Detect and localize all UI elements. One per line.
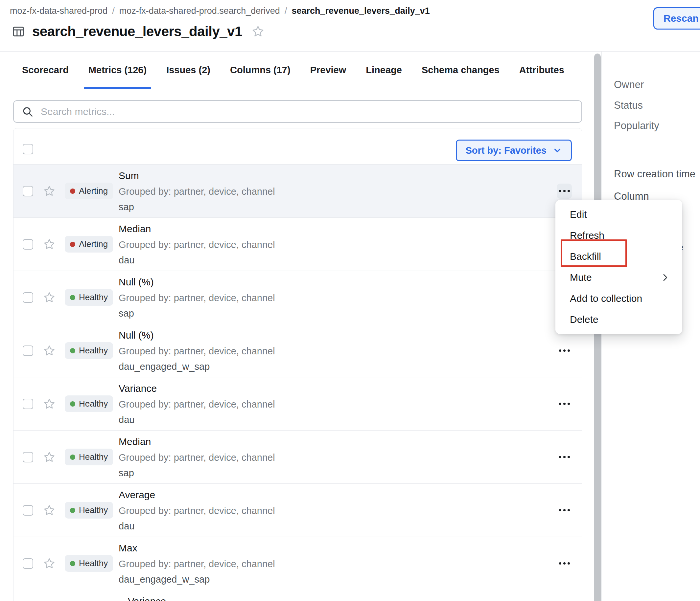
row-checkbox[interactable] bbox=[23, 186, 33, 197]
tab-metrics[interactable]: Metrics (126) bbox=[89, 52, 147, 89]
row-checkbox[interactable] bbox=[23, 558, 33, 569]
tab-lineage[interactable]: Lineage bbox=[366, 52, 402, 89]
healthy-dot-icon bbox=[70, 348, 75, 354]
metric-info: Null (%) Grouped by: partner, device, ch… bbox=[119, 274, 557, 321]
tab-bar: Scorecard Metrics (126) Issues (2) Colum… bbox=[0, 52, 590, 89]
sidebar-field-owner: Owner bbox=[614, 79, 644, 90]
row-menu-button[interactable] bbox=[557, 396, 572, 412]
menu-item-mute[interactable]: Mute bbox=[555, 267, 682, 288]
metric-row: Healthy Max Grouped by: partner, device,… bbox=[14, 537, 582, 590]
metrics-search-box bbox=[13, 100, 582, 123]
sidebar-field-popularity: Popularity bbox=[614, 120, 659, 132]
alerting-dot-icon bbox=[70, 242, 75, 247]
tab-schema-changes[interactable]: Schema changes bbox=[422, 52, 500, 89]
status-badge: Healthy bbox=[65, 395, 113, 412]
tab-issues[interactable]: Issues (2) bbox=[166, 52, 210, 89]
row-menu-button[interactable] bbox=[557, 450, 572, 465]
status-badge: Healthy bbox=[65, 289, 113, 306]
metric-row-partial: Variance bbox=[14, 590, 582, 601]
row-checkbox[interactable] bbox=[23, 345, 33, 356]
table-icon bbox=[12, 25, 25, 38]
search-icon bbox=[22, 106, 33, 117]
healthy-dot-icon bbox=[70, 508, 75, 513]
star-icon[interactable] bbox=[43, 238, 55, 251]
healthy-dot-icon bbox=[70, 454, 75, 460]
metric-grouped-by: Grouped by: partner, device, channel bbox=[119, 290, 557, 306]
tab-preview[interactable]: Preview bbox=[310, 52, 346, 89]
metric-row: Healthy Null (%) Grouped by: partner, de… bbox=[14, 324, 582, 377]
status-badge: Alerting bbox=[65, 236, 113, 253]
chevron-down-icon bbox=[552, 146, 562, 155]
status-badge: Alerting bbox=[65, 183, 113, 199]
metric-field: sap bbox=[119, 199, 557, 214]
menu-item-label: Mute bbox=[570, 272, 592, 283]
breadcrumb: moz-fx-data-shared-prod / moz-fx-data-sh… bbox=[10, 6, 430, 16]
star-icon[interactable] bbox=[43, 344, 55, 357]
metrics-list-card: Sort by: Favorites Alerting Sum Grouped … bbox=[13, 128, 582, 601]
metric-info: Max Grouped by: partner, device, channel… bbox=[119, 540, 557, 587]
tab-scorecard[interactable]: Scorecard bbox=[22, 52, 69, 89]
metric-title: Median bbox=[119, 221, 557, 237]
favorite-star-icon[interactable] bbox=[251, 25, 265, 38]
select-all-checkbox[interactable] bbox=[23, 144, 33, 154]
row-checkbox[interactable] bbox=[23, 505, 33, 516]
row-menu-button[interactable] bbox=[557, 556, 572, 571]
sort-by-button[interactable]: Sort by: Favorites bbox=[456, 139, 572, 161]
star-icon[interactable] bbox=[43, 557, 55, 570]
breadcrumb-dataset[interactable]: moz-fx-data-shared-prod.search_derived bbox=[119, 6, 280, 16]
sidebar-section-divider bbox=[614, 153, 700, 153]
row-menu-button[interactable] bbox=[557, 343, 572, 358]
sort-by-label: Sort by: Favorites bbox=[465, 145, 547, 156]
menu-item-backfill[interactable]: Backfill bbox=[555, 246, 682, 267]
menu-item-delete[interactable]: Delete bbox=[555, 309, 682, 330]
rescan-table-button[interactable]: Rescan table bbox=[653, 7, 700, 30]
metric-title: Variance bbox=[119, 381, 557, 396]
row-checkbox[interactable] bbox=[23, 452, 33, 463]
row-checkbox[interactable] bbox=[23, 292, 33, 303]
metric-grouped-by: Grouped by: partner, device, channel bbox=[119, 503, 557, 519]
status-label: Healthy bbox=[79, 558, 108, 569]
breadcrumb-project[interactable]: moz-fx-data-shared-prod bbox=[10, 6, 107, 16]
status-label: Healthy bbox=[79, 345, 108, 356]
status-badge: Healthy bbox=[65, 449, 113, 465]
sidebar-field-row-creation-time: Row creation time bbox=[614, 168, 700, 180]
row-checkbox[interactable] bbox=[23, 399, 33, 409]
metric-row: Healthy Null (%) Grouped by: partner, de… bbox=[14, 270, 582, 324]
row-checkbox[interactable] bbox=[23, 239, 33, 250]
star-icon[interactable] bbox=[43, 451, 55, 463]
menu-item-add-to-collection[interactable]: Add to collection bbox=[555, 288, 682, 309]
status-label: Alerting bbox=[79, 239, 108, 249]
metric-title: Max bbox=[119, 540, 557, 556]
star-icon[interactable] bbox=[43, 398, 55, 410]
star-icon[interactable] bbox=[43, 504, 55, 517]
page-header: moz-fx-data-shared-prod / moz-fx-data-sh… bbox=[0, 0, 700, 52]
search-input[interactable] bbox=[41, 106, 573, 117]
menu-item-edit[interactable]: Edit bbox=[555, 204, 682, 225]
metric-field: dau bbox=[119, 412, 557, 427]
metric-row: Alerting Median Grouped by: partner, dev… bbox=[14, 217, 582, 270]
row-menu-button[interactable] bbox=[557, 503, 572, 518]
tab-columns[interactable]: Columns (17) bbox=[230, 52, 291, 89]
status-label: Healthy bbox=[79, 505, 108, 515]
breadcrumb-separator: / bbox=[284, 6, 287, 16]
healthy-dot-icon bbox=[70, 295, 75, 300]
metric-row: Healthy Average Grouped by: partner, dev… bbox=[14, 484, 582, 537]
menu-item-refresh[interactable]: Refresh bbox=[555, 225, 682, 246]
row-context-menu: Edit Refresh Backfill Mute Add to collec… bbox=[555, 200, 682, 334]
metric-info: Sum Grouped by: partner, device, channel… bbox=[119, 168, 557, 214]
status-badge: Healthy bbox=[65, 502, 113, 519]
main-content: Scorecard Metrics (126) Issues (2) Colum… bbox=[0, 52, 590, 601]
list-header: Sort by: Favorites bbox=[14, 128, 582, 164]
star-icon[interactable] bbox=[43, 291, 55, 304]
status-badge: Healthy bbox=[65, 342, 113, 359]
star-icon[interactable] bbox=[43, 185, 55, 198]
metric-row: Alerting Sum Grouped by: partner, device… bbox=[14, 164, 582, 217]
metric-grouped-by: Grouped by: partner, device, channel bbox=[119, 343, 557, 359]
tab-attributes[interactable]: Attributes bbox=[519, 52, 564, 89]
metrics-rows: Alerting Sum Grouped by: partner, device… bbox=[14, 164, 582, 601]
metric-field: sap bbox=[119, 465, 557, 480]
breadcrumb-separator: / bbox=[112, 6, 115, 16]
metric-title: Null (%) bbox=[119, 274, 557, 290]
status-badge: Healthy bbox=[65, 555, 113, 572]
row-menu-button[interactable] bbox=[557, 184, 572, 199]
